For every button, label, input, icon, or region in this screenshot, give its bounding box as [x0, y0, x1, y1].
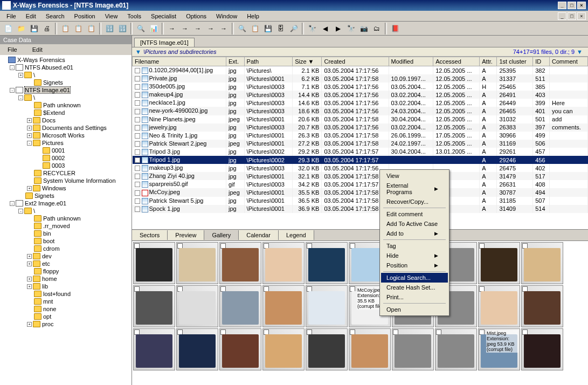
- toolbar-button[interactable]: →: [192, 23, 204, 35]
- tree-label[interactable]: Path unknown: [43, 102, 81, 108]
- row-checkbox[interactable]: [135, 198, 140, 204]
- tree-node[interactable]: -NTFS Abused.e01: [1, 64, 130, 71]
- toolbar-button[interactable]: 📷: [358, 23, 370, 35]
- toolbar-button[interactable]: 📄: [2, 23, 14, 35]
- filter-icon-right[interactable]: ▼: [577, 49, 583, 55]
- row-checkbox[interactable]: [135, 100, 140, 106]
- toolbar-button[interactable]: 🔭: [306, 23, 318, 35]
- gallery-thumbnail[interactable]: [176, 328, 218, 370]
- preview-tab-calendar[interactable]: Calendar: [239, 230, 279, 240]
- gallery-thumbnail[interactable]: [219, 285, 261, 327]
- tree-expander[interactable]: -: [27, 141, 32, 146]
- row-checkbox[interactable]: [135, 125, 140, 130]
- preview-tab-sectors[interactable]: Sectors: [132, 230, 168, 240]
- gallery-thumbnail[interactable]: [349, 328, 391, 370]
- tree-label[interactable]: none: [43, 306, 56, 312]
- tree-expander[interactable]: +: [27, 118, 32, 123]
- tree-node[interactable]: +proc: [1, 320, 130, 328]
- preview-tab-preview[interactable]: Preview: [168, 230, 204, 240]
- mdi-minimize-button[interactable]: _: [558, 12, 566, 20]
- gallery-thumbnail[interactable]: [306, 328, 348, 370]
- file-row[interactable]: Zhang Ziyi 40.jpgjpg\Pictures\000132.1 K…: [133, 172, 588, 180]
- toolbar-button[interactable]: 📋: [249, 23, 261, 35]
- toolbar-button[interactable]: 📋: [59, 23, 71, 35]
- context-item[interactable]: Logical Search...: [381, 273, 448, 283]
- gallery-thumbnail[interactable]: [478, 285, 520, 327]
- tree-node[interactable]: Signets: [1, 79, 130, 86]
- file-row[interactable]: Tripod 3.jpgjpg\Pictures\000229.2 KB03.0…: [133, 148, 588, 156]
- gallery-thumbnail[interactable]: [521, 328, 563, 370]
- tree-node[interactable]: Path unknown: [1, 101, 130, 109]
- tree-label[interactable]: \: [33, 72, 35, 78]
- file-row[interactable]: jewelry.jpgjpg\Pictures\000320.7 KB03.05…: [133, 123, 588, 132]
- gallery-thumbnail[interactable]: [219, 328, 261, 370]
- tree-label[interactable]: \: [33, 208, 35, 214]
- tree-label[interactable]: Microsoft Works: [42, 132, 85, 139]
- toolbar-button[interactable]: 🔎: [288, 23, 300, 35]
- toolbar-button[interactable]: 💾: [28, 23, 40, 35]
- context-item[interactable]: Edit comment: [381, 209, 448, 219]
- casedata-menu-file[interactable]: File: [3, 45, 22, 54]
- tree-label[interactable]: Signets: [43, 79, 63, 86]
- tree-node[interactable]: none: [1, 305, 130, 313]
- file-row[interactable]: makeup4.jpgjpg\Pictures\000314.4 KB03.05…: [133, 91, 588, 99]
- tree-label[interactable]: \: [33, 94, 35, 101]
- menu-view[interactable]: View: [101, 12, 122, 20]
- toolbar-button[interactable]: 🔢: [116, 23, 128, 35]
- file-row[interactable]: Tripod 1.jpgjpg\Pictures\000229.3 KB03.0…: [133, 156, 588, 164]
- tree-node[interactable]: bin: [1, 230, 130, 237]
- tree-node[interactable]: +dev: [1, 252, 130, 260]
- tree-label[interactable]: 0002: [52, 155, 65, 161]
- toolbar-button[interactable]: 🔍: [236, 23, 248, 35]
- file-row[interactable]: 350de005.jpgjpg\Pictures\00037.1 KB03.05…: [133, 82, 588, 91]
- tree-node[interactable]: cdrom: [1, 245, 130, 252]
- file-row[interactable]: Neo & Trinity 1.jpgjpg\Pictures\000126.3…: [133, 132, 588, 140]
- tree-label[interactable]: dev: [42, 253, 52, 259]
- file-row[interactable]: necklace1.jpgjpg\Pictures\000314.6 KB03.…: [133, 99, 588, 107]
- context-item[interactable]: Tag: [381, 241, 448, 251]
- column-header[interactable]: Accessed: [433, 57, 480, 66]
- minimize-button[interactable]: _: [558, 2, 566, 9]
- column-header[interactable]: Ext.: [226, 57, 244, 66]
- mdi-close-button[interactable]: ×: [577, 12, 586, 20]
- gallery-thumbnail[interactable]: [176, 242, 218, 284]
- column-header[interactable]: Modified: [389, 57, 433, 66]
- tree-label[interactable]: home: [42, 276, 57, 282]
- column-header[interactable]: 1st cluster: [497, 57, 533, 66]
- file-list[interactable]: FilenameExt.PathSize ▼CreatedModifiedAcc…: [132, 57, 588, 229]
- menu-window[interactable]: Window: [212, 12, 241, 20]
- gallery-thumbnail[interactable]: [392, 328, 434, 370]
- gallery-thumbnail[interactable]: [521, 242, 563, 284]
- row-checkbox[interactable]: [135, 109, 140, 114]
- tree-label[interactable]: Pictures: [42, 140, 64, 146]
- toolbar-button[interactable]: ▶: [332, 23, 344, 35]
- gallery-thumbnail[interactable]: [262, 328, 305, 370]
- row-checkbox[interactable]: [135, 84, 140, 90]
- toolbar-button[interactable]: 📋: [72, 23, 84, 35]
- menu-specialist[interactable]: Specialist: [147, 12, 181, 20]
- tree-node[interactable]: -\: [1, 207, 130, 215]
- tree-expander[interactable]: +: [27, 284, 32, 289]
- tree-label[interactable]: lost+found: [43, 291, 71, 297]
- row-checkbox[interactable]: [135, 76, 140, 81]
- tree-expander[interactable]: -: [10, 65, 15, 70]
- column-header[interactable]: Attr.: [480, 57, 497, 66]
- tree-node[interactable]: mnt: [1, 298, 130, 305]
- context-item[interactable]: Open: [381, 305, 448, 314]
- gallery-thumbnail[interactable]: [521, 285, 563, 327]
- menu-options[interactable]: Options: [182, 12, 211, 20]
- toolbar-button[interactable]: →: [218, 23, 230, 35]
- row-checkbox[interactable]: [135, 174, 140, 179]
- file-row[interactable]: new-york-4990020.jpgjpg\Pictures\000318.…: [133, 107, 588, 115]
- tree-expander[interactable]: +: [27, 186, 32, 191]
- row-checkbox[interactable]: [135, 149, 140, 155]
- context-item[interactable]: Add to▶: [381, 229, 448, 238]
- column-header[interactable]: Size ▼: [293, 57, 322, 66]
- tree-node[interactable]: Signets: [1, 192, 130, 200]
- file-row[interactable]: Private.jpgjpg\Pictures\00016.2 KB03.05.…: [133, 74, 588, 82]
- gallery-thumbnail[interactable]: [133, 328, 175, 370]
- tree-node[interactable]: +Documents and Settings: [1, 124, 130, 132]
- tree-expander[interactable]: +: [27, 126, 32, 130]
- toolbar-button[interactable]: 📊: [148, 23, 160, 35]
- gallery-thumbnail[interactable]: [306, 285, 348, 327]
